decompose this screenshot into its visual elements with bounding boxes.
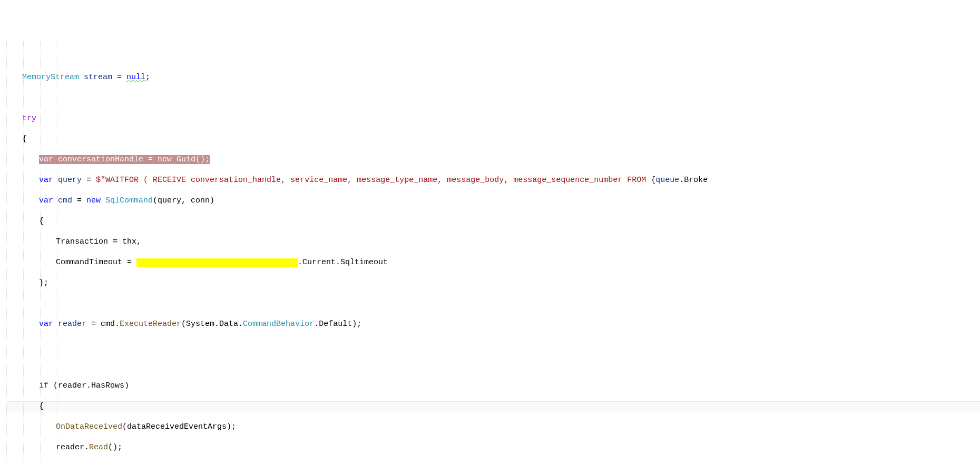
code-line[interactable]: }; — [4, 278, 980, 288]
code-line[interactable]: OnDataReceived(dataReceivedEventArgs); — [4, 422, 980, 432]
interp-var: queue — [655, 176, 679, 185]
paren: ) — [124, 381, 129, 390]
code-line-blank[interactable] — [4, 93, 980, 103]
dot: . — [336, 258, 340, 267]
brace-token: { — [22, 134, 27, 143]
code-line[interactable]: var conversationHandle = new Guid(); — [4, 155, 980, 165]
args: (query, conn) — [153, 196, 214, 205]
type-token: SqlCommand — [101, 196, 153, 205]
selected-text: var conversationHandle = new Guid(); — [39, 155, 210, 164]
redacted-highlight — [136, 258, 298, 267]
code-line[interactable]: var reader = cmd.ExecuteReader(System.Da… — [4, 319, 980, 330]
paren: (reader. — [48, 381, 91, 390]
brace-token: { — [39, 217, 44, 226]
code-line[interactable]: Transaction = thx, — [4, 237, 980, 247]
var-keyword: var — [39, 176, 53, 185]
brace-token: { — [39, 402, 44, 411]
code-line[interactable]: reader.Read(); — [4, 442, 980, 453]
code-line-blank[interactable] — [4, 340, 980, 350]
dot: . — [679, 176, 684, 185]
try-keyword: try — [22, 114, 36, 123]
member: Broke — [684, 176, 708, 185]
close-brace: }; — [39, 278, 48, 287]
code-line[interactable]: try — [4, 113, 980, 124]
var-token: stream — [84, 73, 112, 82]
enum-token: CommandBehavior — [243, 320, 314, 329]
var-token: reader — [53, 320, 86, 329]
semi-token: ; — [145, 73, 150, 82]
var-keyword: var — [39, 320, 53, 329]
code-line[interactable]: { — [4, 134, 980, 144]
args: (System.Data. — [181, 320, 243, 329]
code-line[interactable]: CommandTimeout = .Current.Sqltimeout — [4, 257, 980, 268]
code-line[interactable]: MemoryStream stream = null; — [4, 72, 980, 83]
code-line-blank[interactable] — [4, 360, 980, 371]
dollar-token: $ — [96, 176, 101, 185]
interp-brace: { — [651, 176, 655, 185]
type-token: MemoryStream — [22, 73, 79, 82]
code-line[interactable]: var query = $"WAITFOR ( RECEIVE conversa… — [4, 175, 980, 186]
code-editor[interactable]: MemoryStream stream = null; try { var co… — [0, 41, 980, 463]
method-token: ExecuteReader — [120, 320, 181, 329]
member: Sqltimeout — [340, 258, 388, 267]
assignment: Transaction = thx, — [56, 237, 141, 246]
code-line[interactable]: if (reader.HasRows) — [4, 381, 980, 391]
op: = — [82, 176, 96, 185]
args: (); — [108, 443, 122, 452]
args: (dataReceivedEventArgs); — [122, 422, 236, 431]
var-keyword: var — [39, 196, 53, 205]
member: HasRows — [91, 381, 124, 390]
var-token: cmd — [53, 196, 72, 205]
member: Current — [302, 258, 336, 267]
indent-guides — [0, 41, 19, 463]
method-token: OnDataReceived — [56, 422, 122, 431]
prop-pre: CommandTimeout = — [56, 258, 136, 267]
args: .Default); — [314, 320, 361, 329]
code-line[interactable]: var cmd = new SqlCommand(query, conn) — [4, 196, 980, 206]
op: = — [112, 73, 126, 82]
code-line[interactable]: { — [4, 216, 980, 227]
null-token: null — [126, 73, 145, 82]
op: = — [72, 196, 86, 205]
obj: reader. — [56, 443, 89, 452]
var-token: query — [53, 176, 82, 185]
if-keyword: if — [39, 381, 48, 390]
new-keyword: new — [86, 196, 101, 205]
space — [79, 73, 84, 82]
string-token: "WAITFOR ( RECEIVE conversation_handle, … — [101, 176, 651, 185]
op: = cmd. — [86, 320, 120, 329]
code-line-blank[interactable] — [4, 298, 980, 309]
dot: . — [298, 258, 302, 267]
code-line-current[interactable]: { — [4, 401, 980, 412]
method-token: Read — [89, 443, 108, 452]
